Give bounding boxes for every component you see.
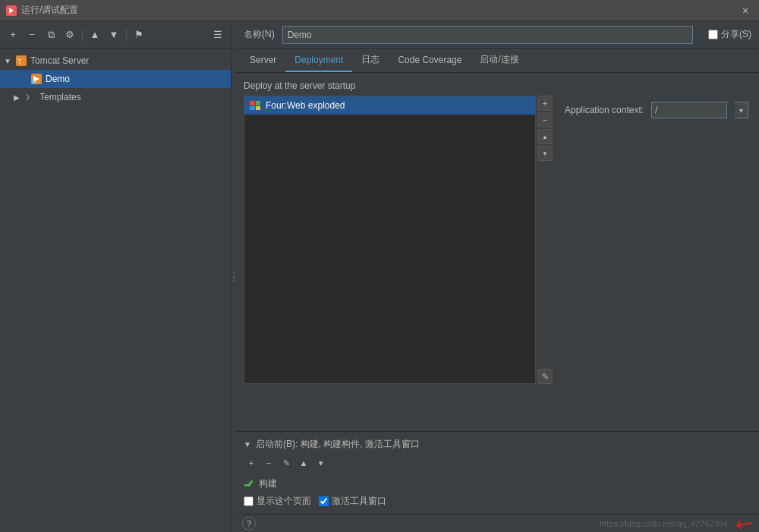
flag-button[interactable]: ⚑ bbox=[131, 27, 147, 43]
activate-window-checkbox-item: 激活工具窗口 bbox=[319, 495, 386, 508]
toolbar-divider bbox=[82, 29, 83, 41]
build-item: 构建 bbox=[244, 475, 751, 492]
tomcat-server-icon: T bbox=[15, 55, 27, 67]
before-add-button[interactable]: + bbox=[244, 455, 259, 471]
demo-run-icon bbox=[30, 73, 43, 85]
tabs-row: Server Deployment 日志 Code Coverage 启动/连接 bbox=[236, 49, 759, 73]
svg-marker-0 bbox=[9, 8, 14, 14]
deploy-up-button[interactable]: ▲ bbox=[537, 129, 553, 144]
toolbar-divider-2 bbox=[126, 29, 127, 41]
share-area: 分享(S) bbox=[708, 28, 751, 41]
deploy-section-label: Deploy at the server startup bbox=[244, 80, 751, 91]
tab-coverage[interactable]: Code Coverage bbox=[389, 49, 471, 72]
tomcat-expand-arrow: ▼ bbox=[3, 56, 12, 65]
add-config-button[interactable]: + bbox=[5, 27, 21, 43]
resize-dot-3 bbox=[233, 280, 235, 282]
name-input[interactable] bbox=[282, 26, 693, 44]
deploy-item-label: Four:Web exploded bbox=[266, 100, 345, 111]
win-q4 bbox=[256, 106, 261, 111]
move-down-button[interactable]: ▼ bbox=[106, 27, 122, 43]
section-collapse-arrow: ▼ bbox=[244, 440, 251, 449]
config-tree: ▼ T Tomcat Server bbox=[0, 49, 231, 532]
win-q2 bbox=[256, 101, 261, 105]
section-header[interactable]: ▼ 启动前(B): 构建, 构建构件, 激活工具窗口 bbox=[244, 438, 751, 451]
remove-config-button[interactable]: − bbox=[24, 27, 40, 43]
before-up-button[interactable]: ▲ bbox=[296, 455, 311, 471]
app-icon bbox=[6, 5, 17, 16]
main-layout: + − ⧉ ⚙ ▲ ▼ ⚑ ☰ ▼ T Tomcat bbox=[0, 21, 759, 532]
before-launch-title: 启动前(B): 构建, 构建构件, 激活工具窗口 bbox=[256, 438, 420, 451]
build-hammer-icon bbox=[244, 478, 254, 489]
title-bar: 运行/调试配置 × bbox=[0, 0, 759, 21]
windows-logo-icon bbox=[250, 101, 260, 110]
deploy-list-area: Four:Web exploded + − ▲ ▼ ✎ Application … bbox=[244, 96, 751, 384]
copy-config-button[interactable]: ⧉ bbox=[43, 27, 59, 43]
tomcat-server-label: Tomcat Server bbox=[30, 55, 89, 66]
demo-label: Demo bbox=[46, 74, 70, 84]
share-label: 分享(S) bbox=[721, 28, 751, 41]
header-row: 名称(N) 分享(S) bbox=[236, 21, 759, 49]
before-down-button[interactable]: ▾ bbox=[313, 455, 329, 471]
before-launch-toolbar: + − ✎ ▲ ▾ bbox=[244, 455, 751, 471]
tab-startup[interactable]: 启动/连接 bbox=[471, 49, 528, 72]
list-button[interactable]: ☰ bbox=[209, 27, 226, 43]
deploy-edit-button[interactable]: ✎ bbox=[537, 369, 553, 384]
activate-window-label: 激活工具窗口 bbox=[332, 495, 386, 508]
help-button[interactable]: ? bbox=[242, 517, 256, 530]
title-text: 运行/调试配置 bbox=[21, 4, 78, 17]
app-context-dropdown[interactable]: ▾ bbox=[735, 102, 748, 118]
app-context-input[interactable] bbox=[651, 102, 727, 118]
deploy-add-button[interactable]: + bbox=[537, 96, 553, 111]
windows-app-icon bbox=[249, 100, 261, 111]
svg-rect-5 bbox=[32, 81, 36, 83]
tab-deployment[interactable]: Deployment bbox=[285, 49, 352, 72]
settings-config-button[interactable]: ⚙ bbox=[61, 27, 78, 43]
deploy-artifact-list: Four:Web exploded bbox=[244, 96, 536, 384]
tree-item-templates[interactable]: ▶ Templates bbox=[0, 88, 231, 106]
resize-dot-1 bbox=[233, 272, 235, 274]
activate-window-checkbox[interactable] bbox=[319, 496, 329, 506]
status-bar: ? https://blog.csdn.net/qq_42762354 ↙ bbox=[236, 514, 759, 532]
checkbox-row: 显示这个页面 激活工具窗口 bbox=[244, 495, 751, 508]
left-toolbar: + − ⧉ ⚙ ▲ ▼ ⚑ ☰ bbox=[0, 21, 231, 49]
before-remove-button[interactable]: − bbox=[261, 455, 276, 471]
templates-label: Templates bbox=[39, 92, 81, 102]
status-bar-left: ? bbox=[242, 517, 256, 530]
deploy-list-item[interactable]: Four:Web exploded bbox=[244, 96, 535, 115]
tree-item-tomcat-server[interactable]: ▼ T Tomcat Server bbox=[0, 52, 231, 70]
resize-dot-2 bbox=[233, 276, 235, 278]
share-checkbox[interactable] bbox=[708, 30, 718, 39]
win-q1 bbox=[250, 101, 255, 105]
left-panel: + − ⧉ ⚙ ▲ ▼ ⚑ ☰ ▼ T Tomcat bbox=[0, 21, 231, 532]
tab-log[interactable]: 日志 bbox=[352, 49, 389, 72]
before-launch-section: ▼ 启动前(B): 构建, 构建构件, 激活工具窗口 + − ✎ ▲ ▾ 构建 bbox=[236, 431, 759, 514]
deploy-controls: + − ▲ ▼ ✎ bbox=[536, 96, 554, 384]
templates-icon bbox=[24, 91, 36, 103]
win-q3 bbox=[250, 106, 255, 111]
tree-item-demo[interactable]: Demo bbox=[0, 70, 231, 88]
deploy-remove-button[interactable]: − bbox=[537, 112, 553, 127]
status-bar-right: https://blog.csdn.net/qq_42762354 ↙ bbox=[600, 513, 753, 533]
deployment-content: Deploy at the server startup bbox=[236, 73, 759, 431]
app-context-label: Application context: bbox=[565, 105, 644, 115]
title-bar-left: 运行/调试配置 bbox=[6, 4, 78, 17]
move-up-button[interactable]: ▲ bbox=[87, 27, 103, 43]
show-page-checkbox-item: 显示这个页面 bbox=[244, 495, 311, 508]
build-label: 构建 bbox=[259, 477, 277, 490]
before-edit-button[interactable]: ✎ bbox=[279, 455, 294, 471]
right-side-panel: Application context: ▾ bbox=[554, 96, 751, 384]
templates-expand-arrow: ▶ bbox=[12, 93, 21, 102]
svg-text:T: T bbox=[17, 58, 22, 65]
close-button[interactable]: × bbox=[738, 3, 753, 18]
watermark-url: https://blog.csdn.net/qq_42762354 bbox=[600, 519, 728, 528]
tab-server[interactable]: Server bbox=[241, 49, 285, 72]
app-context-row: Application context: ▾ bbox=[565, 102, 748, 118]
deploy-down-button[interactable]: ▼ bbox=[537, 146, 553, 161]
show-page-label: 显示这个页面 bbox=[257, 495, 311, 508]
demo-no-arrow bbox=[18, 74, 27, 83]
show-page-checkbox[interactable] bbox=[244, 496, 254, 506]
svg-rect-7 bbox=[247, 480, 253, 486]
name-label: 名称(N) bbox=[244, 28, 275, 41]
right-panel: 名称(N) 分享(S) Server Deployment 日志 Code Co… bbox=[236, 21, 759, 532]
